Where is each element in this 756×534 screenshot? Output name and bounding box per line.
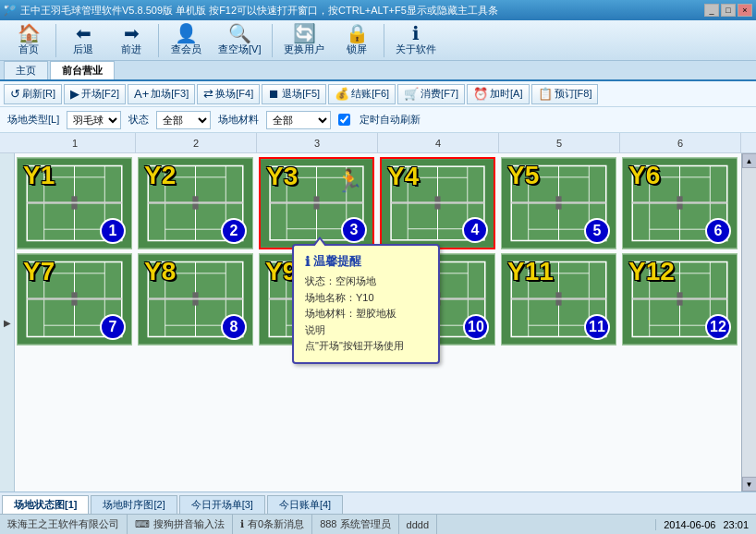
switch-court-icon: ⇄ (203, 87, 213, 101)
court-animation-y3: 🏃 (335, 168, 363, 194)
bottom-tab-today-open[interactable]: 今日开场单[3] (179, 495, 265, 514)
court-label-y7: Y7 (23, 259, 55, 285)
court-number-2: 2 (221, 218, 247, 244)
tooltip-row-1: 状态：空闲场地 (305, 273, 427, 290)
court-cell-y11[interactable]: Y1111 (501, 253, 616, 346)
tab-home[interactable]: 主页 (4, 61, 48, 79)
court-number-3: 3 (341, 217, 367, 243)
datetime-status: 2014-06-06 23:01 (655, 519, 756, 530)
booking-button[interactable]: 📋 预订[F8] (531, 84, 599, 104)
open-court-icon: ▶ (70, 87, 79, 101)
court-label-y4: Y4 (387, 164, 419, 189)
auto-refresh-checkbox[interactable] (338, 114, 350, 126)
scroll-up-button[interactable]: ▲ (742, 153, 757, 168)
nav-back[interactable]: ⬅ 后退 (60, 22, 106, 58)
minimize-button[interactable]: _ (704, 4, 719, 17)
tab-bar: 主页 前台营业 (0, 61, 756, 81)
refresh-button[interactable]: ↺ 刷新[R] (4, 84, 62, 104)
consume-icon: 🛒 (404, 87, 419, 101)
company-status: 珠海王之王软件有限公司 (0, 515, 128, 534)
nav-member[interactable]: 👤 查会员 (163, 22, 209, 58)
user-status: dddd (399, 515, 437, 534)
col-header-4: 4 (378, 133, 499, 153)
material-select[interactable]: 全部 塑胶地板 木地板 (266, 111, 331, 129)
court-cell-y4[interactable]: Y44 (380, 157, 495, 249)
main-area: 1 2 3 4 5 6 ▶ Y11 (0, 133, 756, 492)
checkout-button[interactable]: 💰 结账[F6] (328, 84, 396, 104)
bottom-tab-today-bill[interactable]: 今日账单[4] (267, 495, 343, 514)
nav-forward[interactable]: ➡ 前进 (108, 22, 154, 58)
auto-refresh-label: 定时自动刷新 (360, 113, 421, 127)
court-label-y11: Y11 (507, 259, 554, 285)
exit-court-icon: ⏹ (268, 87, 280, 101)
switch-court-button[interactable]: ⇄ 换场[F4] (197, 84, 260, 104)
court-cell-y12[interactable]: Y1212 (622, 253, 738, 346)
right-scrollbar[interactable]: ▲ ▼ (741, 153, 756, 492)
nav-separator (55, 24, 56, 57)
nav-about[interactable]: ℹ 关于软件 (388, 22, 444, 58)
col-header-6: 6 (620, 133, 741, 153)
court-number-12: 12 (705, 314, 731, 340)
court-type-select[interactable]: 羽毛球 乒乓球 网球 (67, 111, 121, 129)
refresh-icon: ↺ (10, 87, 20, 101)
nav-separator-4 (384, 24, 384, 57)
nav-switch-user[interactable]: 🔄 更换用户 (276, 22, 332, 58)
consume-button[interactable]: 🛒 消费[F7] (397, 84, 465, 104)
tooltip-row-5: 点"开场"按钮开场使用 (305, 338, 427, 355)
left-nav-arrow[interactable]: ▶ (0, 153, 15, 492)
court-cell-y7[interactable]: Y77 (17, 253, 132, 346)
input-method-status: ⌨ 搜狗拼音输入法 (128, 515, 233, 534)
exit-court-button[interactable]: ⏹ 退场[F5] (262, 84, 326, 104)
court-cell-y3[interactable]: Y3🏃3 (259, 157, 374, 249)
tooltip-row-2: 场地名称：Y10 (305, 290, 427, 307)
bottom-tab-time-seq[interactable]: 场地时序图[2] (91, 495, 177, 514)
status-select[interactable]: 全部 空闲 使用中 (156, 111, 211, 129)
col-header-3: 3 (257, 133, 378, 153)
version-status: 888 系统管理员 (312, 515, 398, 534)
nav-separator-3 (272, 24, 273, 57)
court-number-10: 10 (463, 314, 489, 340)
nav-home[interactable]: 🏠 首页 (6, 22, 52, 58)
close-button[interactable]: × (738, 4, 752, 17)
info-icon: ℹ (412, 24, 420, 42)
scroll-down-button[interactable]: ▼ (742, 477, 757, 492)
nav-bar: 🏠 首页 ⬅ 后退 ➡ 前进 👤 查会员 🔍 查空场[V] 🔄 更换用户 🔒 锁… (0, 20, 756, 61)
tab-front-desk[interactable]: 前台营业 (50, 61, 115, 79)
court-cell-y6[interactable]: Y66 (622, 157, 738, 249)
courts-scroll-area[interactable]: Y11 Y22 Y3🏃3 Y44 (15, 153, 741, 492)
column-headers: 1 2 3 4 5 6 (0, 133, 756, 153)
bottom-tabs: 场地状态图[1] 场地时序图[2] 今日开场单[3] 今日账单[4] (0, 492, 756, 514)
app-icon: 🏸 (4, 5, 17, 17)
add-court-button[interactable]: A+ 加场[F3] (128, 84, 195, 104)
court-label-y8: Y8 (144, 259, 176, 285)
nav-lock[interactable]: 🔒 锁屏 (334, 22, 380, 58)
status-label: 状态 (128, 113, 149, 127)
court-label-y3: Y3 (266, 164, 298, 189)
open-court-button[interactable]: ▶ 开场[F2] (64, 84, 126, 104)
maximize-button[interactable]: □ (721, 4, 736, 17)
nav-separator-2 (158, 24, 159, 57)
col-header-1: 1 (15, 133, 136, 153)
col-header-5: 5 (499, 133, 620, 153)
court-number-7: 7 (100, 314, 126, 340)
add-court-icon: A+ (134, 87, 149, 101)
court-cell-y1[interactable]: Y11 (17, 157, 132, 249)
court-label-y6: Y6 (628, 163, 660, 188)
court-cell-y8[interactable]: Y88 (138, 253, 253, 346)
keyboard-icon: ⌨ (135, 518, 150, 530)
news-status: ℹ 有0条新消息 (233, 515, 312, 534)
court-type-label: 场地类型[L] (7, 113, 59, 127)
add-time-button[interactable]: ⏰ 加时[A] (467, 84, 529, 104)
home-icon: 🏠 (18, 24, 41, 42)
material-label: 场地材料 (218, 113, 259, 127)
nav-search-court[interactable]: 🔍 查空场[V] (211, 22, 268, 58)
bottom-tab-court-status[interactable]: 场地状态图[1] (2, 495, 89, 514)
court-label-y12: Y12 (628, 259, 675, 285)
scroll-track[interactable] (742, 168, 756, 477)
court-cell-y5[interactable]: Y55 (501, 157, 616, 249)
booking-icon: 📋 (538, 87, 553, 101)
toolbar: ↺ 刷新[R] ▶ 开场[F2] A+ 加场[F3] ⇄ 换场[F4] ⏹ 退场… (0, 81, 756, 107)
member-icon: 👤 (175, 24, 198, 42)
court-cell-y2[interactable]: Y22 (138, 157, 253, 249)
checkout-icon: 💰 (335, 87, 349, 101)
